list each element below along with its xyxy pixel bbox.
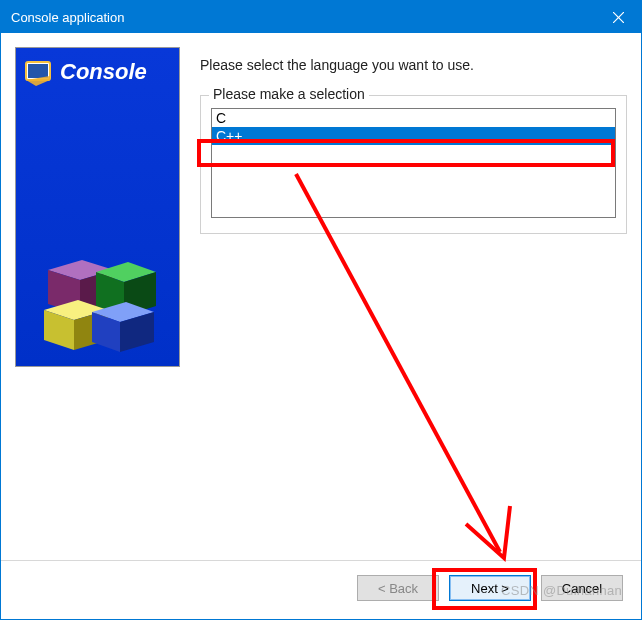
svg-rect-3 [28,64,48,78]
cubes-graphic [36,242,156,352]
content-area: Console [1,33,641,560]
console-icon [22,56,54,88]
banner-header: Console [16,48,179,96]
cancel-button[interactable]: Cancel [541,575,623,601]
close-icon [613,12,624,23]
close-button[interactable] [595,1,641,33]
wizard-window: Console application Console [0,0,642,620]
selection-group: Please make a selection C C++ [200,95,627,234]
next-button[interactable]: Next > [449,575,531,601]
list-item-cpp[interactable]: C++ [212,127,615,145]
back-button[interactable]: < Back [357,575,439,601]
group-label: Please make a selection [209,86,369,102]
button-bar: < Back Next > Cancel [1,560,641,619]
list-item-c[interactable]: C [212,109,615,127]
main-panel: Please select the language you want to u… [200,47,627,546]
wizard-banner: Console [15,47,180,367]
language-listbox[interactable]: C C++ [211,108,616,218]
window-title: Console application [11,10,595,25]
titlebar: Console application [1,1,641,33]
instruction-text: Please select the language you want to u… [200,57,627,73]
banner-title: Console [60,59,147,85]
